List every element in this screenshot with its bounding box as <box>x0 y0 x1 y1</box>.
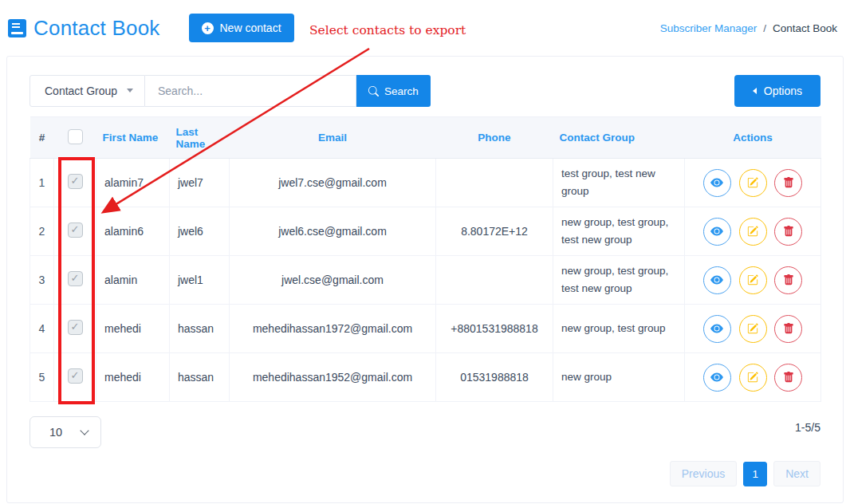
cell-row-checkbox <box>54 353 96 402</box>
contact-book-icon <box>8 19 26 37</box>
table-row: 2 alamin6 jwel6 jwel6.cse@gmail.com 8.80… <box>30 207 821 256</box>
cell-contact-group: test group, test new group <box>553 159 685 207</box>
pagination-next-button[interactable]: Next <box>773 461 820 486</box>
table-row: 3 alamin jwel1 jwel.cse@gmail.com new gr… <box>30 256 821 305</box>
cell-actions <box>685 353 821 402</box>
edit-icon <box>747 274 758 285</box>
eye-icon <box>710 371 723 384</box>
row-checkbox[interactable] <box>68 174 83 189</box>
contact-table-body: 1 alamin7 jwel7 jwel7.cse@gmail.com test… <box>30 159 821 402</box>
pagination-previous-button[interactable]: Previous <box>670 461 737 486</box>
caret-left-icon <box>753 88 757 94</box>
view-button[interactable] <box>703 218 731 246</box>
breadcrumb-link-subscriber-manager[interactable]: Subscriber Manager <box>660 22 758 34</box>
column-header-index: # <box>30 117 54 159</box>
cell-row-index: 3 <box>30 256 54 305</box>
cell-actions <box>685 207 821 256</box>
contacts-table: # First Name Last Name Email Phone Conta… <box>30 116 821 402</box>
cell-email: mehedihassan1952@gmail.com <box>230 353 436 402</box>
cell-phone <box>436 256 553 305</box>
edit-button[interactable] <box>739 266 767 294</box>
column-header-contact-group: Contact Group <box>553 117 685 159</box>
select-all-checkbox[interactable] <box>68 129 83 144</box>
cell-actions <box>685 256 821 305</box>
edit-icon <box>747 323 758 334</box>
cell-row-checkbox <box>54 207 96 256</box>
cell-actions <box>685 159 821 207</box>
trash-icon <box>783 323 794 334</box>
cell-first-name: alamin <box>96 256 170 305</box>
cell-row-index: 4 <box>30 305 54 353</box>
breadcrumb-separator: / <box>763 22 766 34</box>
table-row: 1 alamin7 jwel7 jwel7.cse@gmail.com test… <box>30 159 821 207</box>
view-button[interactable] <box>703 315 731 343</box>
cell-contact-group: new group, test group, test new group <box>553 256 685 305</box>
delete-button[interactable] <box>774 315 802 343</box>
edit-icon <box>747 177 758 188</box>
row-checkbox[interactable] <box>68 271 83 286</box>
page-size-select[interactable]: 10 <box>30 416 101 448</box>
cell-row-index: 5 <box>30 353 54 402</box>
delete-button[interactable] <box>774 218 802 246</box>
edit-button[interactable] <box>739 364 767 392</box>
row-checkbox[interactable] <box>68 368 83 384</box>
cell-phone: 01531988818 <box>436 353 553 402</box>
search-button[interactable]: Search <box>356 75 431 107</box>
row-checkbox[interactable] <box>68 222 83 238</box>
cell-contact-group: new group, test group <box>553 305 685 353</box>
cell-last-name: jwel1 <box>170 256 230 305</box>
results-range-label: 1-5/5 <box>795 421 820 434</box>
cell-email: jwel6.cse@gmail.com <box>230 207 436 256</box>
table-row: 5 mehedi hassan mehedihassan1952@gmail.c… <box>30 353 821 402</box>
column-header-email: Email <box>230 117 436 159</box>
edit-icon <box>747 226 758 237</box>
pagination: Previous 1 Next <box>30 461 820 486</box>
cell-email: mehedihassan1972@gmail.com <box>230 305 436 353</box>
delete-button[interactable] <box>774 169 802 197</box>
annotation-select-contacts-to-export: Select contacts to export <box>309 23 466 37</box>
cell-first-name: alamin7 <box>96 159 170 207</box>
delete-button[interactable] <box>774 364 802 392</box>
new-contact-label: New contact <box>220 22 281 34</box>
contact-group-filter-select[interactable]: Contact Group <box>30 75 145 107</box>
view-button[interactable] <box>703 169 731 197</box>
options-button-label: Options <box>764 85 802 97</box>
cell-contact-group: new group, test group, test new group <box>553 207 685 256</box>
view-button[interactable] <box>703 266 731 294</box>
search-button-label: Search <box>384 85 419 97</box>
edit-button[interactable] <box>739 218 767 246</box>
cell-last-name: jwel7 <box>170 159 230 207</box>
row-checkbox[interactable] <box>68 320 83 335</box>
cell-first-name: mehedi <box>96 353 170 402</box>
view-button[interactable] <box>703 364 731 392</box>
options-button[interactable]: Options <box>734 75 820 107</box>
select-all-checkbox-cell <box>54 117 96 159</box>
new-contact-button[interactable]: New contact <box>189 14 294 42</box>
table-footer: 10 1-5/5 <box>30 416 820 448</box>
search-input[interactable] <box>145 75 356 107</box>
cell-phone: +8801531988818 <box>436 305 553 353</box>
eye-icon <box>710 322 723 335</box>
cell-row-checkbox <box>54 256 96 305</box>
cell-row-index: 1 <box>30 159 54 207</box>
plus-circle-icon <box>202 22 214 34</box>
cell-phone: 8.80172E+12 <box>436 207 553 256</box>
edit-button[interactable] <box>739 315 767 343</box>
delete-button[interactable] <box>774 266 802 294</box>
eye-icon <box>710 274 723 286</box>
edit-button[interactable] <box>739 169 767 197</box>
eye-icon <box>710 225 723 238</box>
trash-icon <box>783 226 794 237</box>
table-row: 4 mehedi hassan mehedihassan1972@gmail.c… <box>30 305 821 353</box>
cell-contact-group: new group <box>553 353 685 402</box>
search-icon <box>368 86 379 96</box>
cell-phone <box>436 159 553 207</box>
breadcrumb: Subscriber Manager / Contact Book <box>660 22 837 34</box>
eye-icon <box>710 176 723 189</box>
cell-email: jwel7.cse@gmail.com <box>230 159 436 207</box>
column-header-actions: Actions <box>685 117 821 159</box>
cell-row-checkbox <box>54 305 96 353</box>
table-header-row: # First Name Last Name Email Phone Conta… <box>30 117 821 159</box>
edit-icon <box>747 372 758 383</box>
pagination-page-1-button[interactable]: 1 <box>743 462 767 486</box>
